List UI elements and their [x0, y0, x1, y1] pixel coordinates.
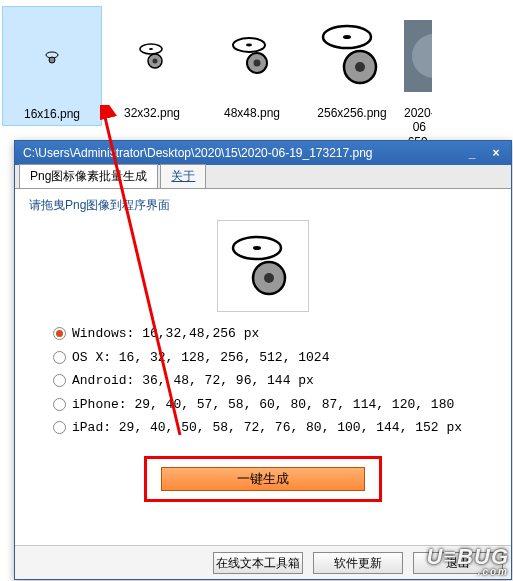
- generate-button[interactable]: 一键生成: [161, 467, 365, 491]
- window-title: C:\Users\Administrator\Desktop\2020\15\2…: [23, 146, 459, 160]
- main-panel: 请拖曳Png图像到程序界面 Windows: 16,32,48,256 px O…: [15, 189, 511, 508]
- svg-point-3: [149, 48, 153, 50]
- radio-icon: [53, 327, 66, 340]
- minimize-button[interactable]: _: [461, 144, 483, 162]
- preview-box[interactable]: [217, 220, 309, 312]
- client-area: Png图标像素批量生成 关于 请拖曳Png图像到程序界面 Windows: 16…: [15, 165, 511, 579]
- preset-ipad[interactable]: iPad: 29, 40, 50, 58, 72, 76, 80, 100, 1…: [53, 418, 501, 438]
- tab-main[interactable]: Png图标像素批量生成: [19, 164, 158, 188]
- radio-icon: [53, 351, 66, 364]
- thumbnail-photo: [404, 10, 432, 102]
- disc-icon: [44, 49, 60, 65]
- svg-point-9: [254, 60, 261, 67]
- file-item-cropped[interactable]: 2020-06 659.: [402, 6, 432, 153]
- radio-icon: [53, 421, 66, 434]
- radio-icon: [53, 374, 66, 387]
- file-item-32x32[interactable]: 32x32.png: [102, 6, 202, 124]
- preset-label: iPad: 29, 40, 50, 58, 72, 76, 80, 100, 1…: [72, 418, 462, 438]
- drop-hint: 请拖曳Png图像到程序界面: [29, 197, 501, 214]
- explorer-file-strip: 16x16.png 32x32.png 48x48.png: [0, 0, 513, 140]
- svg-point-1: [49, 57, 55, 63]
- file-item-256x256[interactable]: 256x256.png: [302, 6, 402, 124]
- file-label: 48x48.png: [224, 106, 280, 120]
- bottom-button-bar: 在线文本工具箱 软件更新 退出: [15, 545, 511, 579]
- app-dialog: C:\Users\Administrator\Desktop\2020\15\2…: [14, 140, 512, 580]
- preview-disc-icon: [227, 230, 299, 302]
- file-label: 32x32.png: [124, 106, 180, 120]
- thumbnail-32x32: [106, 10, 198, 102]
- close-button[interactable]: ×: [485, 144, 507, 162]
- titlebar[interactable]: C:\Users\Administrator\Desktop\2020\15\2…: [15, 141, 511, 165]
- thumbnail-48x48: [206, 10, 298, 102]
- toolbox-button[interactable]: 在线文本工具箱: [213, 552, 303, 574]
- file-label: 16x16.png: [24, 107, 80, 121]
- thumbnail-16x16: [6, 11, 98, 103]
- tab-strip: Png图标像素批量生成 关于: [15, 165, 511, 189]
- file-item-48x48[interactable]: 48x48.png: [202, 6, 302, 124]
- preset-label: OS X: 16, 32, 128, 256, 512, 1024: [72, 348, 329, 368]
- file-label: 256x256.png: [317, 106, 386, 120]
- preset-android[interactable]: Android: 36, 48, 72, 96, 144 px: [53, 371, 501, 391]
- svg-point-7: [246, 44, 252, 47]
- exit-button[interactable]: 退出: [413, 552, 503, 574]
- preset-osx[interactable]: OS X: 16, 32, 128, 256, 512, 1024: [53, 348, 501, 368]
- preset-windows[interactable]: Windows: 16,32,48,256 px: [53, 324, 501, 344]
- thumbnail-256x256: [306, 10, 398, 102]
- update-button[interactable]: 软件更新: [313, 552, 403, 574]
- tab-about[interactable]: 关于: [160, 164, 206, 188]
- preset-label: Windows: 16,32,48,256 px: [72, 324, 259, 344]
- svg-point-17: [253, 246, 261, 250]
- preset-iphone[interactable]: iPhone: 29, 40, 57, 58, 60, 80, 87, 114,…: [53, 395, 501, 415]
- preset-label: Android: 36, 48, 72, 96, 144 px: [72, 371, 314, 391]
- preset-label: iPhone: 29, 40, 57, 58, 60, 80, 87, 114,…: [72, 395, 454, 415]
- svg-point-19: [264, 273, 274, 283]
- svg-point-11: [343, 35, 351, 39]
- radio-icon: [53, 398, 66, 411]
- svg-point-5: [153, 59, 158, 64]
- file-item-16x16[interactable]: 16x16.png: [2, 6, 102, 126]
- generate-highlight-box: 一键生成: [144, 456, 382, 502]
- svg-point-13: [355, 62, 365, 72]
